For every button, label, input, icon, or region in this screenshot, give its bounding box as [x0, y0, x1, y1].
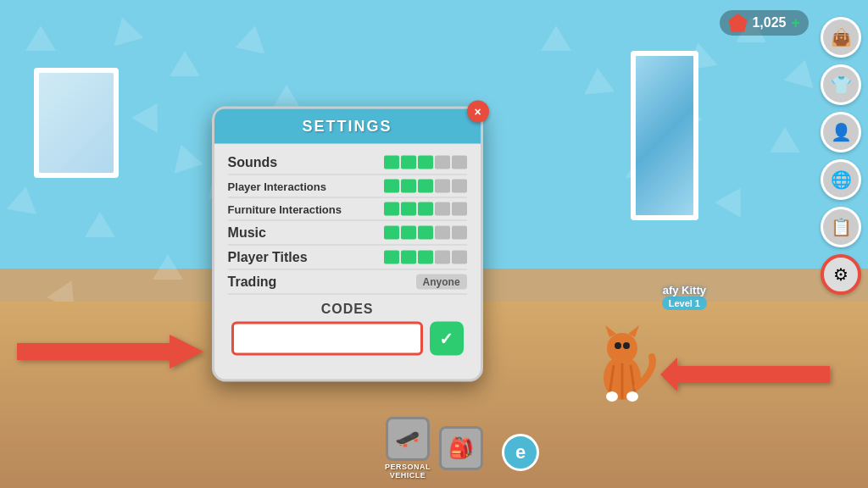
name-tag: afy Kitty Level 1	[662, 284, 707, 310]
player-titles-row: Player Titles	[228, 246, 467, 270]
vehicle-label: PERSONALVEHICLE	[385, 463, 431, 480]
clipboard-sidebar-icon[interactable]: 📋	[821, 207, 861, 247]
backpack-item[interactable]: 🎒	[439, 426, 483, 470]
furniture-interactions-row: Furniture Interactions	[228, 198, 467, 221]
player-titles-label: Player Titles	[228, 250, 308, 265]
e-button[interactable]: e	[502, 434, 539, 471]
furniture-interactions-toggle[interactable]	[384, 202, 467, 216]
currency-display: 1,025 +	[720, 10, 809, 36]
vehicle-icon[interactable]: 🛹	[386, 417, 430, 461]
svg-point-10	[626, 391, 638, 402]
settings-modal: SETTINGS × Sounds Player Interactions	[212, 107, 483, 382]
globe-sidebar-icon[interactable]: 🌐	[821, 159, 861, 200]
modal-body: Sounds Player Interactions	[214, 144, 481, 363]
codes-label: CODES	[228, 295, 467, 322]
svg-marker-12	[660, 358, 830, 391]
backpack-icon[interactable]: 🎒	[439, 426, 483, 470]
sounds-toggle[interactable]	[384, 156, 467, 169]
player-interactions-toggle[interactable]	[384, 180, 467, 193]
sidebar-right: 👜 👕 👤 🌐 📋 ⚙	[821, 17, 861, 295]
cat-character	[588, 319, 656, 403]
sounds-row: Sounds	[228, 151, 467, 175]
window-left	[34, 68, 119, 178]
sounds-label: Sounds	[228, 155, 278, 170]
trading-label: Trading	[228, 274, 277, 290]
bag-icon: 👜	[831, 27, 852, 47]
svg-point-4	[607, 333, 637, 363]
clipboard-icon: 📋	[831, 217, 852, 237]
currency-plus-button[interactable]: +	[791, 14, 800, 32]
player-interactions-label: Player Interactions	[228, 180, 326, 192]
svg-point-9	[606, 391, 618, 402]
shirt-sidebar-icon[interactable]: 👕	[821, 64, 861, 105]
bottom-bar: 🛹 PERSONALVEHICLE 🎒	[385, 417, 483, 480]
svg-marker-11	[17, 335, 203, 369]
gear-sidebar-icon[interactable]: ⚙	[821, 254, 861, 295]
music-row: Music	[228, 221, 467, 246]
bag-sidebar-icon[interactable]: 👜	[821, 17, 861, 58]
window-right	[631, 51, 698, 220]
gear-icon: ⚙	[833, 264, 849, 285]
shirt-icon: 👕	[831, 75, 852, 95]
arrow-right-indicator	[660, 358, 830, 395]
modal-overlay: SETTINGS × Sounds Player Interactions	[212, 107, 483, 382]
trading-dropdown[interactable]: Anyone	[416, 274, 467, 290]
player-name: afy Kitty	[662, 284, 707, 297]
toggle-seg-5[interactable]	[452, 156, 467, 169]
currency-amount: 1,025	[752, 15, 786, 30]
svg-point-7	[615, 342, 621, 349]
code-input[interactable]	[231, 322, 423, 356]
modal-header: SETTINGS ×	[214, 109, 481, 144]
trading-row: Trading Anyone	[228, 270, 467, 295]
music-label: Music	[228, 225, 266, 241]
player-titles-toggle[interactable]	[384, 251, 467, 264]
music-toggle[interactable]	[384, 226, 467, 240]
toggle-seg-1[interactable]	[384, 156, 399, 169]
code-submit-button[interactable]: ✓	[430, 322, 464, 356]
person-sidebar-icon[interactable]: 👤	[821, 112, 861, 152]
close-button[interactable]: ×	[467, 101, 489, 123]
person-icon: 👤	[831, 122, 852, 142]
level-badge: Level 1	[662, 297, 707, 310]
codes-row: ✓	[228, 322, 467, 356]
globe-icon: 🌐	[831, 169, 852, 190]
modal-title: SETTINGS	[303, 118, 392, 135]
toggle-seg-3[interactable]	[418, 156, 433, 169]
toggle-seg-2[interactable]	[401, 156, 416, 169]
toggle-seg-4[interactable]	[435, 156, 450, 169]
furniture-interactions-label: Furniture Interactions	[228, 202, 342, 215]
gem-icon	[728, 14, 747, 32]
player-interactions-row: Player Interactions	[228, 175, 467, 198]
svg-point-8	[623, 342, 630, 349]
vehicle-item[interactable]: 🛹 PERSONALVEHICLE	[385, 417, 431, 480]
arrow-left-indicator	[17, 335, 203, 372]
